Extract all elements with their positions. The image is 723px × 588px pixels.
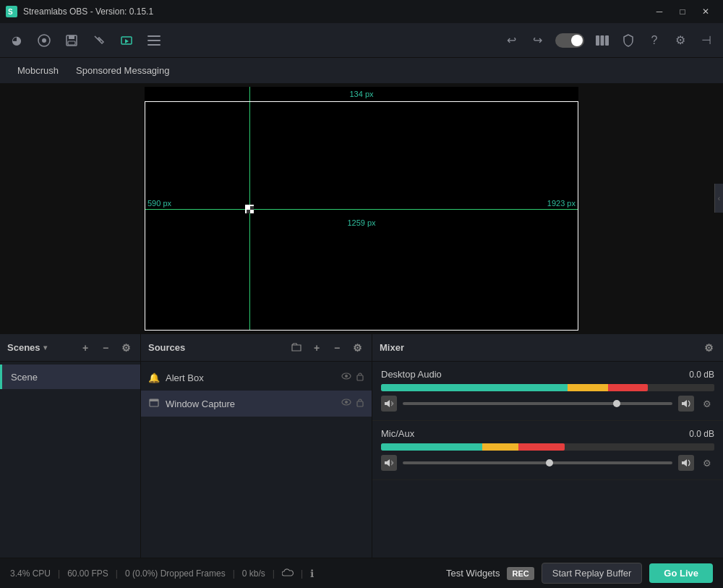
go-live-button[interactable]: Go Live [649, 563, 713, 583]
alert-box-label: Alert Box [166, 372, 335, 383]
svg-rect-12 [601, 35, 604, 46]
sources-settings-btn[interactable]: ⚙ [350, 341, 364, 355]
columns-icon[interactable] [594, 33, 610, 48]
desktop-audio-volume-slider[interactable] [403, 402, 672, 405]
sources-title: Sources [148, 342, 185, 353]
toolbar-right: ↩ ↪ ? ⚙ ⊣ [503, 33, 714, 48]
scenes-actions: + − ⚙ [78, 341, 133, 355]
mixer-title: Mixer [380, 342, 404, 353]
scene-item[interactable]: Scene [0, 365, 140, 389]
source-item[interactable]: Window Capture [141, 391, 372, 417]
mixer-header: Mixer ⚙ [372, 334, 723, 362]
svg-rect-9 [147, 40, 161, 41]
crosshair-handle[interactable] [245, 205, 254, 213]
sponsored-tab[interactable]: Sponsored Messaging [70, 62, 175, 79]
desktop-audio-vol-btn[interactable] [678, 396, 694, 412]
cpu-status: 3.4% CPU [10, 568, 51, 579]
menu-icon[interactable] [146, 33, 162, 48]
undo-icon[interactable]: ↩ [503, 33, 519, 48]
mic-aux-bar [381, 443, 714, 451]
dim-right-label: 1923 px [547, 199, 576, 208]
save-icon[interactable] [64, 33, 80, 48]
preview-canvas: 134 px 590 px 1923 px 1259 px [145, 87, 578, 331]
mobcrush-tab[interactable]: Mobcrush [12, 62, 64, 79]
svg-rect-6 [68, 41, 75, 45]
sources-actions: + − ⚙ [289, 341, 364, 355]
window-capture-icon [148, 399, 160, 409]
svg-point-3 [42, 38, 46, 43]
svg-rect-5 [69, 35, 74, 39]
media-icon[interactable] [119, 33, 134, 48]
cloud-icon[interactable] [282, 568, 294, 579]
preview-area: 134 px 590 px 1923 px 1259 px ‹ [0, 84, 723, 333]
start-replay-buffer-button[interactable]: Start Replay Buffer [542, 563, 643, 584]
dim-center-label: 1259 px [347, 218, 375, 227]
chat-icon[interactable] [36, 33, 52, 48]
mixer-actions: ⚙ [701, 341, 716, 355]
svg-rect-10 [147, 44, 161, 46]
tools-icon[interactable] [91, 33, 107, 48]
mic-aux-slider-row: ⚙ [381, 455, 714, 471]
mixer-settings-btn[interactable]: ⚙ [701, 341, 716, 355]
dim-top-label: 134 px [349, 90, 373, 98]
resize-handle[interactable]: ‹ [714, 184, 723, 213]
alert-box-icon: 🔔 [148, 372, 160, 383]
redo-icon[interactable]: ↪ [529, 33, 545, 48]
layout-icon[interactable]: ⊣ [698, 33, 714, 48]
mic-aux-vol-btn[interactable] [678, 455, 694, 471]
sources-header: Sources + − ⚙ [141, 334, 372, 362]
window-capture-eye-btn[interactable] [341, 398, 351, 409]
alert-box-eye-btn[interactable] [341, 372, 351, 383]
desktop-audio-settings-btn[interactable]: ⚙ [700, 396, 714, 411]
mic-aux-mute-btn[interactable] [381, 455, 397, 471]
scenes-dropdown[interactable]: ▾ [43, 344, 47, 351]
svg-point-15 [345, 375, 348, 378]
settings-icon[interactable]: ⚙ [672, 33, 688, 48]
shield-icon[interactable] [620, 33, 636, 48]
close-button[interactable]: ✕ [694, 0, 717, 23]
status-right: Test Widgets REC Start Replay Buffer Go … [446, 563, 713, 584]
mic-aux-header: Mic/Aux 0.0 dB [381, 428, 714, 439]
window-capture-label: Window Capture [166, 399, 335, 409]
mic-aux-fill [381, 443, 565, 451]
toolbar-left: ◕ [9, 33, 503, 48]
element-outline [145, 101, 578, 331]
desktop-audio-mute-btn[interactable] [381, 396, 397, 412]
mic-aux-name: Mic/Aux [381, 428, 689, 439]
svg-rect-21 [357, 401, 363, 406]
desktop-audio-db: 0.0 dB [689, 370, 714, 380]
scenes-remove-btn[interactable]: − [98, 341, 113, 355]
desktop-audio-name: Desktop Audio [381, 369, 689, 380]
help-icon[interactable]: ? [646, 33, 662, 48]
nav-tabs: Mobcrush Sponsored Messaging [0, 58, 723, 84]
svg-rect-11 [596, 35, 599, 46]
svg-rect-18 [150, 399, 158, 401]
rec-badge[interactable]: REC [507, 567, 534, 580]
mic-aux-db: 0.0 dB [689, 429, 714, 439]
scenes-settings-btn[interactable]: ⚙ [119, 341, 133, 355]
maximize-button[interactable]: □ [671, 0, 694, 23]
toolbar: ◕ [0, 23, 723, 58]
window-capture-lock-btn[interactable] [356, 398, 364, 409]
desktop-audio-track: Desktop Audio 0.0 dB [372, 362, 723, 421]
scenes-add-btn[interactable]: + [78, 341, 93, 355]
minimize-button[interactable]: ─ [648, 0, 671, 23]
app-logo: S [6, 6, 17, 17]
source-item[interactable]: 🔔 Alert Box [141, 365, 372, 391]
fps-status: 60.00 FPS [67, 568, 108, 579]
sources-remove-btn[interactable]: − [330, 341, 344, 355]
sources-add-btn[interactable]: + [309, 341, 324, 355]
theme-toggle[interactable] [555, 33, 584, 48]
mic-aux-track: Mic/Aux 0.0 dB [372, 421, 723, 480]
face-icon[interactable]: ◕ [9, 33, 25, 48]
mic-aux-settings-btn[interactable]: ⚙ [700, 456, 714, 470]
alert-box-lock-btn[interactable] [356, 372, 364, 383]
title-bar: S Streamlabs OBS - Version: 0.15.1 ─ □ ✕ [0, 0, 723, 23]
desktop-audio-slider-row: ⚙ [381, 396, 714, 412]
info-icon[interactable]: ℹ [310, 568, 314, 579]
sources-add-folder-btn[interactable] [289, 341, 304, 355]
window-controls: ─ □ ✕ [648, 0, 717, 23]
mic-aux-volume-slider[interactable] [403, 461, 672, 464]
scenes-header: Scenes ▾ + − ⚙ [0, 334, 140, 362]
dropped-frames-status: 0 (0.0%) Dropped Frames [125, 568, 226, 579]
